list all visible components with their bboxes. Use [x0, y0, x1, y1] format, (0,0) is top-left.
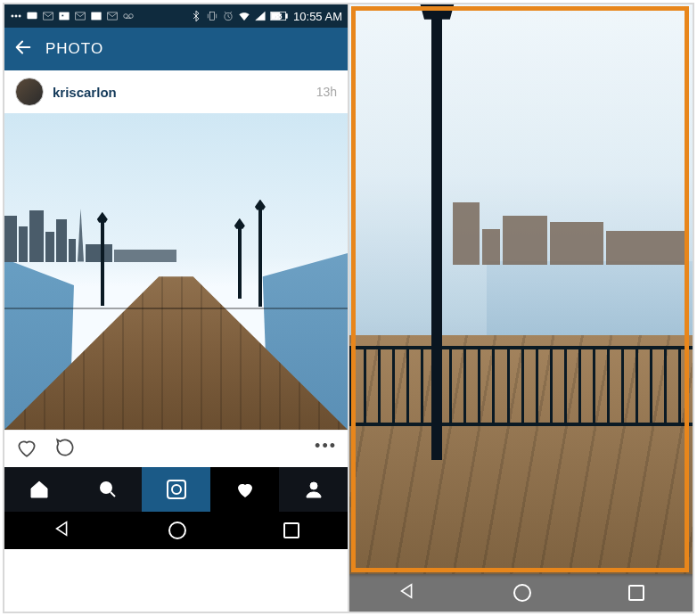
android-nav	[4, 512, 348, 549]
status-bar: 55 10:55 AM	[4, 4, 348, 28]
svg-point-17	[101, 482, 111, 493]
svg-rect-7	[76, 12, 86, 20]
svg-rect-3	[28, 12, 37, 19]
photo-icon	[58, 10, 70, 22]
svg-rect-9	[108, 12, 118, 20]
more-options-button[interactable]: •••	[315, 437, 337, 461]
wifi-icon	[238, 10, 250, 22]
avatar[interactable]	[15, 78, 44, 106]
alarm-icon	[222, 10, 234, 22]
android-nav	[349, 574, 693, 612]
phone-right	[348, 3, 694, 613]
mail3-icon	[106, 10, 119, 22]
app-header: PHOTO	[4, 28, 348, 70]
signal-icon	[254, 10, 266, 22]
photo2-icon	[90, 10, 102, 22]
zoomed-photo[interactable]	[349, 4, 693, 574]
svg-point-1	[15, 15, 17, 17]
tab-activity[interactable]	[210, 467, 279, 512]
message-icon	[26, 10, 38, 22]
mail2-icon	[74, 10, 86, 22]
tab-profile[interactable]	[279, 467, 348, 512]
battery-text: 55	[275, 13, 282, 20]
username[interactable]: kriscarlon	[53, 85, 117, 100]
mail-icon	[42, 10, 54, 22]
more-icon	[10, 10, 22, 22]
nav-home-button[interactable]	[513, 584, 531, 602]
svg-point-6	[62, 14, 63, 16]
status-icons-right: 55 10:55 AM	[190, 10, 342, 23]
svg-point-0	[12, 15, 13, 17]
vibrate-icon	[206, 10, 218, 22]
comment-button[interactable]	[54, 436, 78, 463]
post-actions: •••	[4, 430, 348, 467]
streetlamp	[431, 16, 442, 460]
svg-rect-4	[44, 12, 53, 20]
camera-icon	[167, 480, 186, 499]
nav-recent-button[interactable]	[283, 522, 299, 538]
svg-rect-5	[60, 12, 70, 20]
tab-home[interactable]	[4, 467, 73, 512]
post-time: 13h	[316, 85, 337, 99]
svg-rect-8	[92, 12, 102, 20]
status-time: 10:55 AM	[293, 10, 342, 23]
nav-recent-button[interactable]	[628, 585, 644, 601]
svg-rect-12	[210, 12, 215, 20]
nav-back-button[interactable]	[53, 519, 72, 542]
post-photo[interactable]	[4, 113, 348, 430]
like-button[interactable]	[15, 436, 38, 463]
post-header: kriscarlon 13h	[4, 70, 348, 113]
nav-back-button[interactable]	[398, 581, 417, 604]
battery-icon: 55	[270, 10, 288, 22]
svg-point-2	[19, 15, 20, 17]
svg-point-11	[129, 14, 134, 19]
svg-point-18	[310, 482, 317, 489]
nav-home-button[interactable]	[168, 522, 186, 539]
status-icons-left	[10, 10, 135, 22]
tab-search[interactable]	[73, 467, 142, 512]
svg-rect-16	[286, 14, 288, 19]
header-title: PHOTO	[45, 40, 103, 58]
back-button[interactable]	[13, 37, 33, 61]
voicemail-icon	[122, 10, 135, 22]
bluetooth-icon	[190, 10, 202, 22]
tab-camera[interactable]	[142, 467, 210, 512]
phone-left: 55 10:55 AM PHOTO kriscarlon 13h	[3, 3, 348, 613]
svg-point-10	[124, 14, 128, 19]
bottom-nav	[4, 467, 348, 512]
